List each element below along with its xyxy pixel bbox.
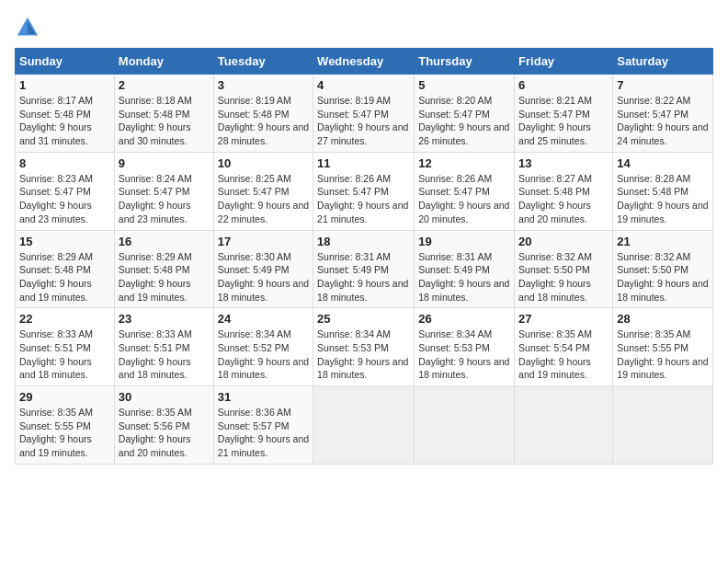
- day-info: Sunrise: 8:31 AMSunset: 5:49 PMDaylight:…: [418, 250, 510, 304]
- day-info: Sunrise: 8:17 AMSunset: 5:48 PMDaylight:…: [19, 94, 110, 148]
- day-number: 8: [19, 156, 110, 170]
- calendar-cell: 12Sunrise: 8:26 AMSunset: 5:47 PMDayligh…: [415, 152, 515, 230]
- day-number: 16: [119, 235, 210, 248]
- calendar-cell: 21Sunrise: 8:32 AMSunset: 5:50 PMDayligh…: [613, 230, 713, 308]
- logo-icon: [15, 15, 40, 40]
- calendar-week-row: 8Sunrise: 8:23 AMSunset: 5:47 PMDaylight…: [16, 152, 713, 230]
- calendar-cell: 9Sunrise: 8:24 AMSunset: 5:47 PMDaylight…: [114, 152, 213, 230]
- day-info: Sunrise: 8:31 AMSunset: 5:49 PMDaylight:…: [317, 250, 410, 304]
- day-info: Sunrise: 8:35 AMSunset: 5:56 PMDaylight:…: [119, 406, 210, 460]
- calendar-cell: 16Sunrise: 8:29 AMSunset: 5:48 PMDayligh…: [114, 230, 213, 308]
- day-number: 22: [19, 312, 110, 326]
- day-number: 11: [317, 156, 410, 170]
- day-info: Sunrise: 8:29 AMSunset: 5:48 PMDaylight:…: [19, 250, 110, 304]
- weekday-header-friday: Friday: [515, 49, 613, 75]
- day-number: 31: [218, 390, 309, 404]
- day-number: 3: [218, 78, 309, 92]
- calendar-cell: 20Sunrise: 8:32 AMSunset: 5:50 PMDayligh…: [515, 230, 613, 308]
- day-info: Sunrise: 8:33 AMSunset: 5:51 PMDaylight:…: [119, 327, 210, 382]
- calendar-cell: 30Sunrise: 8:35 AMSunset: 5:56 PMDayligh…: [114, 386, 213, 465]
- day-info: Sunrise: 8:26 AMSunset: 5:47 PMDaylight:…: [317, 172, 410, 226]
- calendar-cell: 7Sunrise: 8:22 AMSunset: 5:47 PMDaylight…: [613, 75, 713, 153]
- day-number: 6: [518, 78, 609, 92]
- calendar-cell: [515, 386, 613, 465]
- calendar-cell: 5Sunrise: 8:20 AMSunset: 5:47 PMDaylight…: [415, 75, 515, 153]
- calendar-week-row: 15Sunrise: 8:29 AMSunset: 5:48 PMDayligh…: [16, 230, 713, 308]
- day-info: Sunrise: 8:28 AMSunset: 5:48 PMDaylight:…: [617, 172, 709, 226]
- weekday-header-monday: Monday: [114, 49, 213, 75]
- day-number: 5: [418, 78, 510, 92]
- calendar-cell: 18Sunrise: 8:31 AMSunset: 5:49 PMDayligh…: [313, 230, 415, 308]
- calendar-cell: 25Sunrise: 8:34 AMSunset: 5:53 PMDayligh…: [313, 308, 415, 386]
- calendar-cell: 31Sunrise: 8:36 AMSunset: 5:57 PMDayligh…: [213, 386, 313, 465]
- day-info: Sunrise: 8:27 AMSunset: 5:48 PMDaylight:…: [518, 172, 609, 226]
- calendar-cell: [415, 386, 515, 465]
- page-header: [15, 15, 713, 40]
- day-number: 26: [418, 312, 510, 326]
- day-number: 14: [617, 156, 709, 170]
- day-info: Sunrise: 8:34 AMSunset: 5:52 PMDaylight:…: [218, 327, 309, 382]
- day-number: 7: [617, 78, 709, 92]
- day-number: 1: [19, 78, 110, 92]
- weekday-header-thursday: Thursday: [415, 49, 515, 75]
- day-number: 19: [418, 235, 510, 248]
- calendar-cell: 10Sunrise: 8:25 AMSunset: 5:47 PMDayligh…: [213, 152, 313, 230]
- calendar-cell: 27Sunrise: 8:35 AMSunset: 5:54 PMDayligh…: [515, 308, 613, 386]
- day-info: Sunrise: 8:25 AMSunset: 5:47 PMDaylight:…: [218, 172, 309, 226]
- weekday-header-wednesday: Wednesday: [313, 49, 415, 75]
- day-info: Sunrise: 8:23 AMSunset: 5:47 PMDaylight:…: [19, 172, 110, 226]
- day-number: 27: [518, 312, 609, 326]
- day-info: Sunrise: 8:22 AMSunset: 5:47 PMDaylight:…: [617, 94, 709, 148]
- calendar-week-row: 29Sunrise: 8:35 AMSunset: 5:55 PMDayligh…: [16, 386, 713, 465]
- day-info: Sunrise: 8:20 AMSunset: 5:47 PMDaylight:…: [418, 94, 510, 148]
- day-number: 24: [218, 312, 309, 326]
- day-info: Sunrise: 8:36 AMSunset: 5:57 PMDaylight:…: [218, 406, 309, 460]
- day-number: 23: [119, 312, 210, 326]
- weekday-header-tuesday: Tuesday: [213, 49, 313, 75]
- calendar-cell: 24Sunrise: 8:34 AMSunset: 5:52 PMDayligh…: [213, 308, 313, 386]
- day-number: 29: [19, 390, 110, 404]
- calendar-cell: [613, 386, 713, 465]
- calendar-cell: 26Sunrise: 8:34 AMSunset: 5:53 PMDayligh…: [415, 308, 515, 386]
- day-info: Sunrise: 8:26 AMSunset: 5:47 PMDaylight:…: [418, 172, 510, 226]
- day-info: Sunrise: 8:35 AMSunset: 5:54 PMDaylight:…: [518, 327, 609, 382]
- calendar-cell: 4Sunrise: 8:19 AMSunset: 5:47 PMDaylight…: [313, 75, 415, 153]
- day-info: Sunrise: 8:33 AMSunset: 5:51 PMDaylight:…: [19, 327, 110, 382]
- day-info: Sunrise: 8:19 AMSunset: 5:48 PMDaylight:…: [218, 94, 309, 148]
- calendar-cell: 3Sunrise: 8:19 AMSunset: 5:48 PMDaylight…: [213, 75, 313, 153]
- day-number: 10: [218, 156, 309, 170]
- weekday-header-saturday: Saturday: [613, 49, 713, 75]
- calendar-cell: 11Sunrise: 8:26 AMSunset: 5:47 PMDayligh…: [313, 152, 415, 230]
- calendar-cell: 22Sunrise: 8:33 AMSunset: 5:51 PMDayligh…: [16, 308, 115, 386]
- day-number: 20: [518, 235, 609, 248]
- calendar-cell: 13Sunrise: 8:27 AMSunset: 5:48 PMDayligh…: [515, 152, 613, 230]
- day-info: Sunrise: 8:34 AMSunset: 5:53 PMDaylight:…: [418, 327, 510, 382]
- calendar-cell: 15Sunrise: 8:29 AMSunset: 5:48 PMDayligh…: [16, 230, 115, 308]
- day-number: 12: [418, 156, 510, 170]
- calendar-cell: 29Sunrise: 8:35 AMSunset: 5:55 PMDayligh…: [16, 386, 115, 465]
- day-number: 9: [119, 156, 210, 170]
- calendar-cell: 17Sunrise: 8:30 AMSunset: 5:49 PMDayligh…: [213, 230, 313, 308]
- day-info: Sunrise: 8:30 AMSunset: 5:49 PMDaylight:…: [218, 250, 309, 304]
- day-info: Sunrise: 8:24 AMSunset: 5:47 PMDaylight:…: [119, 172, 210, 226]
- day-info: Sunrise: 8:34 AMSunset: 5:53 PMDaylight:…: [317, 327, 410, 382]
- day-info: Sunrise: 8:18 AMSunset: 5:48 PMDaylight:…: [119, 94, 210, 148]
- day-number: 2: [119, 78, 210, 92]
- day-number: 25: [317, 312, 410, 326]
- day-number: 18: [317, 235, 410, 248]
- weekday-header-sunday: Sunday: [16, 49, 115, 75]
- calendar-cell: 19Sunrise: 8:31 AMSunset: 5:49 PMDayligh…: [415, 230, 515, 308]
- calendar-header-row: SundayMondayTuesdayWednesdayThursdayFrid…: [16, 49, 713, 75]
- day-info: Sunrise: 8:32 AMSunset: 5:50 PMDaylight:…: [617, 250, 709, 304]
- calendar-cell: 1Sunrise: 8:17 AMSunset: 5:48 PMDaylight…: [16, 75, 115, 153]
- calendar-cell: 23Sunrise: 8:33 AMSunset: 5:51 PMDayligh…: [114, 308, 213, 386]
- calendar-week-row: 22Sunrise: 8:33 AMSunset: 5:51 PMDayligh…: [16, 308, 713, 386]
- logo: [15, 15, 44, 40]
- day-number: 30: [119, 390, 210, 404]
- day-info: Sunrise: 8:35 AMSunset: 5:55 PMDaylight:…: [19, 406, 110, 460]
- day-number: 28: [617, 312, 709, 326]
- day-info: Sunrise: 8:32 AMSunset: 5:50 PMDaylight:…: [518, 250, 609, 304]
- calendar-cell: 2Sunrise: 8:18 AMSunset: 5:48 PMDaylight…: [114, 75, 213, 153]
- calendar-cell: 28Sunrise: 8:35 AMSunset: 5:55 PMDayligh…: [613, 308, 713, 386]
- calendar-cell: 8Sunrise: 8:23 AMSunset: 5:47 PMDaylight…: [16, 152, 115, 230]
